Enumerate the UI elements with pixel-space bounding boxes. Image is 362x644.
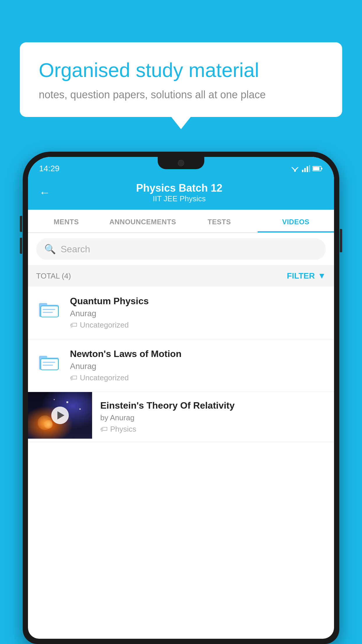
svg-rect-4 — [304, 168, 306, 172]
item-icon-quantum — [36, 296, 62, 321]
list-item[interactable]: Einstein's Theory Of Relativity by Anura… — [28, 392, 334, 442]
item-tag: 🏷 Physics — [100, 425, 326, 434]
search-placeholder: Search — [61, 244, 90, 255]
list-item[interactable]: Newton's Laws of Motion Anurag 🏷 Uncateg… — [28, 339, 334, 392]
power-button — [340, 229, 342, 252]
video-thumbnail — [28, 392, 92, 439]
tag-label: Physics — [110, 425, 136, 434]
svg-rect-8 — [321, 168, 322, 169]
search-container: 🔍 Search — [28, 233, 334, 265]
item-author: Anurag — [70, 362, 326, 371]
item-author: Anurag — [70, 309, 326, 318]
item-content-newton: Newton's Laws of Motion Anurag 🏷 Uncateg… — [70, 349, 326, 382]
header-title-container: Physics Batch 12 IIT JEE Physics — [58, 182, 300, 203]
item-content-quantum: Quantum Physics Anurag 🏷 Uncategorized — [70, 296, 326, 330]
phone-screen: 14:29 — [28, 157, 334, 639]
bubble-subtitle: notes, question papers, solutions all at… — [39, 89, 323, 101]
filter-bar: TOTAL (4) FILTER ▼ — [28, 265, 334, 286]
tag-label: Uncategorized — [80, 321, 129, 330]
search-icon: 🔍 — [44, 244, 56, 255]
svg-rect-3 — [302, 170, 303, 172]
header-title: Physics Batch 12 — [58, 182, 300, 194]
item-title: Einstein's Theory Of Relativity — [100, 400, 326, 411]
svg-rect-17 — [41, 359, 58, 370]
filter-button[interactable]: FILTER ▼ — [287, 271, 326, 281]
tab-ments[interactable]: MENTS — [28, 210, 105, 232]
status-icons — [290, 165, 323, 172]
tag-icon: 🏷 — [70, 321, 78, 330]
filter-label: FILTER — [287, 271, 315, 281]
wifi-icon — [290, 165, 300, 172]
header-subtitle: IIT JEE Physics — [58, 194, 300, 203]
search-input-wrapper[interactable]: 🔍 Search — [36, 238, 326, 260]
tabs-bar: MENTS ANNOUNCEMENTS TESTS VIDEOS — [28, 210, 334, 233]
battery-icon — [312, 166, 323, 172]
item-title: Quantum Physics — [70, 296, 326, 307]
play-button[interactable] — [51, 407, 69, 424]
volume-down-button — [20, 238, 22, 254]
item-title: Newton's Laws of Motion — [70, 349, 326, 359]
content-list: Quantum Physics Anurag 🏷 Uncategorized — [28, 286, 334, 442]
folder-icon — [38, 352, 59, 370]
tag-icon: 🏷 — [100, 425, 108, 434]
tab-announcements[interactable]: ANNOUNCEMENTS — [105, 210, 181, 232]
item-author: by Anurag — [100, 413, 326, 422]
bubble-title: Organised study material — [39, 58, 323, 82]
phone-frame: 14:29 — [23, 152, 339, 644]
tag-icon: 🏷 — [70, 373, 78, 382]
speech-bubble: Organised study material notes, question… — [20, 42, 342, 117]
status-time: 14:29 — [39, 164, 59, 173]
svg-rect-5 — [307, 166, 308, 172]
item-content-einstein: Einstein's Theory Of Relativity by Anura… — [100, 392, 326, 442]
svg-point-2 — [294, 170, 296, 172]
front-camera — [178, 160, 184, 166]
svg-rect-9 — [313, 167, 319, 170]
svg-rect-6 — [309, 165, 310, 172]
app-header: ← Physics Batch 12 IIT JEE Physics — [28, 177, 334, 210]
tab-tests[interactable]: TESTS — [181, 210, 258, 232]
total-count: TOTAL (4) — [36, 272, 71, 281]
signal-icon — [302, 165, 310, 172]
item-tag: 🏷 Uncategorized — [70, 373, 326, 382]
play-triangle-icon — [57, 411, 64, 419]
tab-videos[interactable]: VIDEOS — [258, 210, 334, 232]
item-icon-newton — [36, 349, 62, 374]
list-item[interactable]: Quantum Physics Anurag 🏷 Uncategorized — [28, 286, 334, 339]
volume-up-button — [20, 216, 22, 232]
svg-rect-12 — [41, 306, 58, 317]
phone-notch — [158, 157, 204, 169]
filter-funnel-icon: ▼ — [318, 271, 326, 281]
back-button[interactable]: ← — [39, 186, 50, 199]
folder-icon — [38, 300, 59, 318]
item-tag: 🏷 Uncategorized — [70, 321, 326, 330]
tag-label: Uncategorized — [80, 373, 129, 382]
speech-bubble-container: Organised study material notes, question… — [20, 42, 342, 117]
